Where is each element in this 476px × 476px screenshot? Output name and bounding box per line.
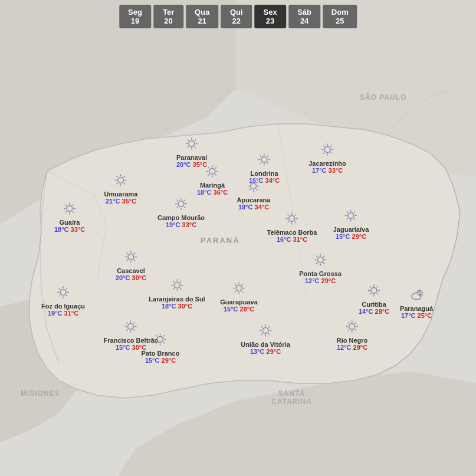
svg-point-47 [118, 178, 124, 183]
city-weather-pato-branco: Pato Branco 15°C 29°C [142, 333, 180, 364]
city-temps: 18°C 33°C [54, 226, 85, 233]
svg-line-188 [348, 329, 349, 330]
temp-high: 33°C [329, 167, 343, 174]
sun-icon [313, 253, 327, 270]
misiones-label: MISIONES [21, 389, 60, 398]
svg-line-72 [295, 214, 296, 215]
temp-high: 29°C [267, 348, 281, 355]
svg-line-152 [59, 295, 60, 296]
svg-line-109 [316, 262, 317, 264]
city-weather-cascavel: Cascavel 20°C 30°C [116, 250, 146, 281]
city-temps: 17°C 25°C [401, 312, 432, 319]
city-name: União da Vitória [241, 341, 290, 348]
day-tab-seg-19[interactable]: Seg 19 [119, 5, 151, 28]
temp-high: 33°C [71, 226, 86, 233]
temp-high: 30°C [132, 274, 147, 281]
city-temps: 12°C 29°C [305, 277, 336, 284]
city-temps: 16°C 31°C [277, 236, 307, 243]
city-weather-telêmaco-borba: Telêmaco Borba 16°C 31°C [267, 212, 317, 243]
city-name: Apucarana [237, 196, 271, 203]
svg-line-7 [188, 139, 189, 140]
city-weather-guaíra: Guaíra 18°C 33°C [54, 202, 85, 233]
svg-line-149 [59, 288, 60, 289]
svg-line-150 [66, 295, 67, 296]
svg-line-16 [208, 167, 209, 168]
city-name: Umuarama [104, 191, 138, 198]
city-temps: 15°C 29°C [145, 357, 176, 364]
city-temps: 18°C 36°C [197, 189, 228, 196]
city-name: Curitiba [362, 301, 386, 308]
day-tab-sáb-24[interactable]: Sáb 24 [288, 5, 320, 28]
city-weather-maringá: Maringá 18°C 36°C [197, 165, 228, 196]
svg-line-108 [323, 255, 324, 257]
svg-line-177 [268, 333, 270, 334]
svg-line-25 [260, 155, 261, 156]
svg-line-100 [127, 260, 128, 261]
tabs-bar: Seg 19Ter 20Qua 21Qui 22Sex 23Sáb 24Dom … [119, 5, 357, 28]
svg-line-117 [180, 281, 181, 282]
day-tab-ter-20[interactable]: Ter 20 [153, 5, 183, 28]
svg-line-88 [65, 204, 67, 205]
city-name: Telêmaco Borba [267, 229, 317, 236]
svg-line-90 [73, 204, 74, 205]
sun-icon [232, 281, 246, 298]
svg-line-185 [348, 322, 349, 323]
svg-line-53 [124, 183, 125, 184]
sun-icon [258, 324, 273, 340]
svg-line-81 [354, 211, 355, 212]
svg-line-44 [330, 152, 331, 153]
city-name: Campo Mourão [157, 214, 205, 221]
temp-low: 17°C [401, 312, 416, 319]
temp-high: 29°C [353, 344, 368, 351]
sun-icon [153, 333, 168, 349]
temp-low: 13°C [250, 348, 265, 355]
city-weather-ponta-grossa: Ponta Grossa 12°C 29°C [299, 253, 342, 284]
sun-icon [114, 173, 128, 190]
city-name: Paranavaí [176, 154, 207, 161]
svg-line-43 [323, 145, 324, 146]
svg-line-143 [422, 294, 422, 295]
svg-line-62 [184, 206, 185, 208]
sun-icon [344, 209, 358, 225]
svg-point-101 [317, 257, 323, 263]
temp-high: 33°C [182, 221, 197, 228]
svg-line-55 [117, 183, 118, 184]
city-weather-paranavaí: Paranavaí 20°C 35°C [176, 137, 207, 168]
cloud-sun-icon [408, 289, 425, 304]
sun-icon [345, 320, 359, 336]
day-tab-qui-22[interactable]: Qui 22 [221, 5, 252, 28]
svg-point-110 [174, 283, 180, 288]
temp-high: 25°C [418, 312, 432, 319]
city-name: Ponta Grossa [299, 270, 342, 277]
sun-icon [257, 153, 271, 169]
svg-point-2 [189, 141, 195, 147]
sao-paulo-label: SÃO PAULO [360, 93, 406, 101]
santa-catarina-label: SANTACATARINA [271, 389, 312, 406]
temp-low: 12°C [305, 277, 320, 284]
svg-line-158 [127, 322, 128, 323]
svg-line-125 [242, 291, 243, 292]
day-tab-sex-23[interactable]: Sex 23 [254, 5, 286, 28]
sun-icon [56, 285, 70, 302]
svg-line-134 [377, 293, 378, 294]
svg-line-26 [267, 162, 268, 163]
temp-low: 16°C [277, 236, 291, 243]
svg-point-153 [128, 324, 134, 330]
svg-line-118 [173, 288, 174, 289]
city-name: Paranaguá [400, 305, 433, 312]
svg-line-135 [377, 286, 378, 287]
day-tab-dom-25[interactable]: Dom 25 [323, 5, 357, 28]
sun-icon [320, 143, 334, 159]
temp-low: 15°C [116, 344, 130, 351]
svg-line-107 [323, 262, 324, 264]
sun-icon [124, 320, 138, 336]
svg-point-74 [348, 213, 354, 219]
city-weather-rio-negro: Rio Negro 12°C 29°C [337, 320, 368, 351]
day-tab-qua-21[interactable]: Qua 21 [186, 5, 218, 28]
sun-icon [367, 284, 381, 300]
city-temps: 12°C 29°C [337, 344, 367, 351]
svg-line-71 [295, 221, 296, 222]
svg-line-73 [288, 221, 289, 222]
svg-point-20 [261, 157, 267, 163]
temp-low: 18°C [162, 303, 176, 310]
